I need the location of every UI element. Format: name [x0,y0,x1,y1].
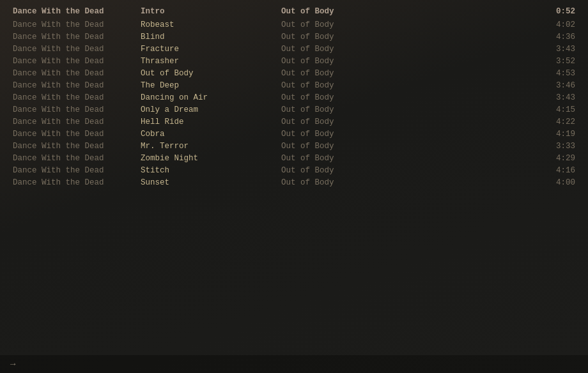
track-title: Dancing on Air [141,93,281,102]
track-title: Stitch [141,166,281,175]
track-album: Out of Body [281,81,537,90]
track-artist: Dance With the Dead [13,118,141,126]
track-album: Out of Body [281,57,537,66]
track-artist: Dance With the Dead [13,20,141,29]
track-row[interactable]: Dance With the DeadFractureOut of Body3:… [0,43,588,55]
track-duration: 4:53 [537,69,575,78]
track-title: Hell Ride [141,118,281,126]
track-title: Cobra [141,130,281,139]
track-duration: 4:16 [537,166,575,175]
track-artist: Dance With the Dead [13,130,141,139]
track-duration: 4:36 [537,33,575,42]
track-album: Out of Body [281,130,537,139]
track-album: Out of Body [281,45,537,54]
track-list: Dance With the Dead Intro Out of Body 0:… [0,0,588,194]
track-row[interactable]: Dance With the DeadHell RideOut of Body4… [0,116,588,128]
track-row[interactable]: Dance With the DeadThrasherOut of Body3:… [0,55,588,67]
track-title: Thrasher [141,57,281,66]
track-duration: 4:22 [537,118,575,126]
track-row[interactable]: Dance With the DeadRobeastOut of Body4:0… [0,19,588,31]
track-duration: 4:29 [537,154,575,163]
track-row[interactable]: Dance With the DeadCobraOut of Body4:19 [0,128,588,140]
header-title: Intro [141,7,281,16]
arrow-icon: → [10,359,15,369]
track-duration: 4:00 [537,178,575,187]
track-artist: Dance With the Dead [13,81,141,90]
track-row[interactable]: Dance With the DeadThe DeepOut of Body3:… [0,79,588,91]
track-artist: Dance With the Dead [13,69,141,78]
track-album: Out of Body [281,142,537,151]
track-title: Mr. Terror [141,142,281,151]
track-artist: Dance With the Dead [13,142,141,151]
track-row[interactable]: Dance With the DeadBlindOut of Body4:36 [0,31,588,43]
track-duration: 3:43 [537,93,575,102]
track-artist: Dance With the Dead [13,154,141,163]
header-duration: 0:52 [537,7,575,16]
track-album: Out of Body [281,118,537,126]
track-artist: Dance With the Dead [13,33,141,42]
track-album: Out of Body [281,69,537,78]
track-row[interactable]: Dance With the DeadOnly a DreamOut of Bo… [0,103,588,116]
track-row[interactable]: Dance With the DeadMr. TerrorOut of Body… [0,140,588,152]
track-album: Out of Body [281,105,537,114]
track-artist: Dance With the Dead [13,93,141,102]
track-duration: 3:43 [537,45,575,54]
track-duration: 4:02 [537,20,575,29]
track-album: Out of Body [281,33,537,42]
header-album: Out of Body [281,7,537,16]
track-duration: 4:19 [537,130,575,139]
track-title: Robeast [141,20,281,29]
track-album: Out of Body [281,154,537,163]
bottom-bar: → [0,355,588,373]
track-title: Fracture [141,45,281,54]
track-title: Zombie Night [141,154,281,163]
track-title: Blind [141,33,281,42]
track-title: Only a Dream [141,105,281,114]
track-artist: Dance With the Dead [13,105,141,114]
track-album: Out of Body [281,93,537,102]
track-title: Out of Body [141,69,281,78]
track-artist: Dance With the Dead [13,45,141,54]
track-row[interactable]: Dance With the DeadStitchOut of Body4:16 [0,164,588,176]
track-artist: Dance With the Dead [13,57,141,66]
track-duration: 3:46 [537,81,575,90]
track-duration: 4:15 [537,105,575,114]
track-title: The Deep [141,81,281,90]
track-album: Out of Body [281,20,537,29]
track-row[interactable]: Dance With the DeadOut of BodyOut of Bod… [0,67,588,79]
track-row[interactable]: Dance With the DeadZombie NightOut of Bo… [0,152,588,164]
track-duration: 3:33 [537,142,575,151]
track-artist: Dance With the Dead [13,178,141,187]
track-album: Out of Body [281,178,537,187]
header-artist: Dance With the Dead [13,7,141,16]
track-duration: 3:52 [537,57,575,66]
track-row[interactable]: Dance With the DeadDancing on AirOut of … [0,91,588,103]
track-row[interactable]: Dance With the DeadSunsetOut of Body4:00 [0,176,588,188]
track-album: Out of Body [281,166,537,175]
track-title: Sunset [141,178,281,187]
track-artist: Dance With the Dead [13,166,141,175]
track-list-header: Dance With the Dead Intro Out of Body 0:… [0,5,588,17]
